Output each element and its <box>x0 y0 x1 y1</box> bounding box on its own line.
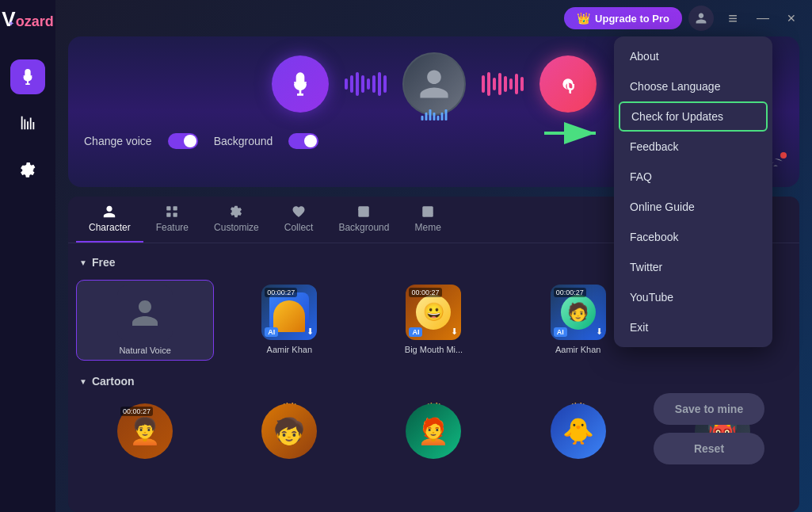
cartoon-avatar-3: 🧑‍🦰 <box>406 403 461 459</box>
menu-item-exit[interactable]: Exit <box>614 312 772 342</box>
title-bar: 👑 Upgrade to Pro ≡ — ✕ <box>55 0 812 36</box>
dropdown-menu: About Choose Language Check for Updates … <box>614 36 772 347</box>
tab-customize[interactable]: Customize <box>201 197 272 243</box>
tab-meme[interactable]: Meme <box>402 197 453 243</box>
svg-rect-0 <box>167 206 171 210</box>
logo-star-icon: ✦ <box>8 19 14 28</box>
tab-character[interactable]: Character <box>76 197 143 243</box>
svg-rect-2 <box>167 213 171 217</box>
ear-icon <box>555 71 581 97</box>
menu-item-twitter[interactable]: Twitter <box>614 252 772 282</box>
cartoon-card-4[interactable]: 👑 🐥 <box>509 399 647 464</box>
avatar-sound-bars <box>421 109 447 120</box>
cartoon-card-2[interactable]: 👑 🧒 <box>220 399 358 464</box>
aamir2-avatar: 00:00:27 🧑 AI ⬇ <box>551 285 606 340</box>
cartoon-avatar-2: 🧒 <box>261 403 317 459</box>
stats-icon <box>19 114 36 132</box>
crown-icon: 👑 <box>577 12 590 25</box>
svg-rect-3 <box>173 213 177 217</box>
avatar-icon <box>417 67 452 101</box>
mic-button[interactable] <box>272 55 329 113</box>
close-button[interactable]: ✕ <box>780 7 802 29</box>
app-container: ✦ Vozard 👑 Upgrade to Pro ≡ — <box>0 0 812 512</box>
output-waveform <box>482 68 524 100</box>
tab-collect[interactable]: Collect <box>272 197 326 243</box>
svg-point-7 <box>425 208 426 210</box>
background-toggle[interactable] <box>288 133 318 149</box>
microphone-icon <box>288 71 313 97</box>
change-voice-toggle[interactable] <box>168 133 198 149</box>
mic-icon <box>19 68 36 86</box>
minimize-button[interactable]: — <box>752 7 774 29</box>
bigmouth-avatar: 00:00:27 😀 AI ⬇ <box>406 285 461 340</box>
character-tab-icon <box>102 204 116 219</box>
menu-item-online-guide[interactable]: Online Guide <box>614 192 772 222</box>
cartoon-avatar-4: 🐥 <box>551 403 606 459</box>
reset-button[interactable]: Reset <box>654 433 764 464</box>
voice-card-natural[interactable]: Natural Voice <box>76 280 214 361</box>
tab-feature[interactable]: Feature <box>143 197 201 243</box>
meme-tab-icon <box>421 204 435 219</box>
customize-tab-icon <box>229 204 243 219</box>
upgrade-button[interactable]: 👑 Upgrade to Pro <box>564 7 682 29</box>
natural-voice-icon <box>129 297 161 329</box>
tab-background[interactable]: Background <box>326 197 402 243</box>
ear-button[interactable] <box>539 55 597 113</box>
voice-card-aamir1[interactable]: 00:00:27 AI ⬇ Aamir Khan <box>220 280 358 361</box>
menu-item-faq[interactable]: FAQ <box>614 162 772 192</box>
menu-item-check-updates[interactable]: Check for Updates <box>619 101 768 132</box>
cartoon-card-3[interactable]: 👑 🧑‍🦰 <box>364 399 502 464</box>
save-to-mine-button[interactable]: Save to mine <box>654 393 764 425</box>
sidebar: ✦ Vozard <box>0 0 55 512</box>
voice-avatar <box>402 52 466 116</box>
feature-tab-icon <box>165 204 179 219</box>
menu-item-youtube[interactable]: YouTube <box>614 282 772 312</box>
arrow-indicator <box>544 117 608 156</box>
sidebar-mic-button[interactable] <box>10 59 45 94</box>
natural-voice-avatar <box>117 285 173 341</box>
sidebar-stats-button[interactable] <box>10 105 45 140</box>
change-voice-label: Change voice <box>84 135 152 147</box>
background-tab-icon <box>356 204 371 219</box>
background-label: Background <box>214 135 273 147</box>
input-waveform <box>345 68 387 100</box>
aamir1-avatar: 00:00:27 AI ⬇ <box>261 285 317 340</box>
menu-item-about[interactable]: About <box>614 41 772 71</box>
cartoon-card-1[interactable]: 00:00:27 🧑‍🦱 <box>76 399 214 464</box>
sidebar-settings-button[interactable] <box>10 151 45 186</box>
user-avatar[interactable] <box>688 6 714 31</box>
menu-item-feedback[interactable]: Feedback <box>614 132 772 162</box>
svg-rect-1 <box>173 206 177 210</box>
menu-item-choose-language[interactable]: Choose Language <box>614 71 772 101</box>
green-arrow-icon <box>544 117 608 149</box>
menu-button[interactable]: ≡ <box>720 6 745 31</box>
network-status-dot <box>780 152 787 159</box>
voice-card-bigmouth[interactable]: 00:00:27 😀 AI ⬇ Big Mouth Mi... <box>364 280 502 361</box>
user-icon <box>695 12 707 25</box>
cartoon-section-header[interactable]: ▼ Cartoon <box>76 370 791 392</box>
collect-tab-icon <box>292 204 306 219</box>
menu-item-facebook[interactable]: Facebook <box>614 222 772 252</box>
action-buttons: Save to mine Reset <box>654 393 764 464</box>
settings-icon <box>19 160 36 178</box>
